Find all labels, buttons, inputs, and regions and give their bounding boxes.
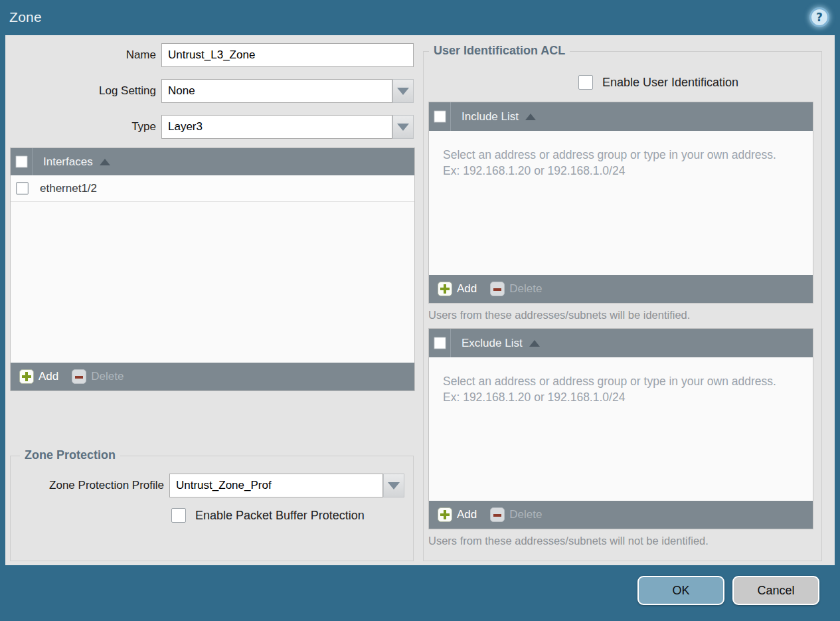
delete-button-label: Delete bbox=[509, 282, 542, 296]
add-button-label: Add bbox=[457, 508, 477, 521]
exclude-list-footer: Add Delete bbox=[429, 501, 813, 529]
zone-protection-profile-dropdown-button[interactable] bbox=[383, 474, 404, 497]
user-identification-acl-legend: User Identification ACL bbox=[429, 44, 570, 58]
exclude-list-header-label: Exclude List bbox=[462, 337, 523, 350]
log-setting-dropdown-button[interactable] bbox=[392, 79, 414, 103]
cancel-button[interactable]: Cancel bbox=[732, 576, 819, 605]
add-icon bbox=[438, 507, 452, 522]
include-list-table: Include List Select an address or addres… bbox=[428, 102, 813, 304]
interfaces-table-footer: Add Delete bbox=[11, 363, 414, 391]
enable-user-identification-checkbox[interactable] bbox=[578, 75, 593, 90]
dialog-content: Name Log Setting Type Interfaces etherne… bbox=[5, 35, 835, 565]
add-icon bbox=[438, 282, 452, 296]
delete-icon bbox=[72, 369, 86, 384]
exclude-list-caption: Users from these addresses/subnets will … bbox=[428, 535, 709, 547]
type-dropdown-button[interactable] bbox=[392, 115, 414, 139]
chevron-down-icon bbox=[388, 482, 400, 489]
zone-protection-profile-input[interactable] bbox=[169, 474, 383, 497]
zone-protection-legend: Zone Protection bbox=[20, 448, 120, 462]
exclude-header-checkbox-cell bbox=[429, 329, 451, 357]
zone-protection-profile-label: Zone Protection Profile bbox=[5, 474, 164, 497]
sort-ascending-icon bbox=[100, 159, 110, 165]
sort-ascending-icon bbox=[525, 114, 536, 120]
interfaces-table-header[interactable]: Interfaces bbox=[11, 148, 414, 175]
interfaces-table: Interfaces ethernet1/2 Add Delete bbox=[10, 147, 415, 391]
zone-dialog: Zone ? Name Log Setting Type Interfaces bbox=[0, 0, 840, 621]
chevron-down-icon bbox=[397, 88, 409, 95]
table-row[interactable]: ethernet1/2 bbox=[11, 175, 414, 202]
include-add-button[interactable]: Add bbox=[438, 282, 477, 296]
add-icon bbox=[19, 369, 34, 384]
log-setting-input[interactable] bbox=[161, 79, 392, 103]
name-label: Name bbox=[5, 43, 156, 67]
enable-packet-buffer-protection-checkbox[interactable] bbox=[171, 508, 186, 523]
name-input[interactable] bbox=[161, 43, 414, 67]
add-button-label: Add bbox=[39, 370, 58, 383]
include-list-footer: Add Delete bbox=[429, 275, 813, 303]
exclude-delete-button[interactable]: Delete bbox=[490, 507, 542, 522]
exclude-add-button[interactable]: Add bbox=[438, 507, 477, 522]
title-bar: Zone ? bbox=[0, 0, 840, 35]
type-label: Type bbox=[5, 115, 156, 139]
interfaces-add-button[interactable]: Add bbox=[19, 369, 58, 384]
include-list-header-label: Include List bbox=[462, 110, 519, 124]
interfaces-delete-button[interactable]: Delete bbox=[72, 369, 124, 384]
delete-icon bbox=[490, 507, 505, 522]
chevron-down-icon bbox=[397, 124, 409, 131]
delete-button-label: Delete bbox=[91, 370, 124, 383]
interface-row-label: ethernet1/2 bbox=[40, 182, 97, 195]
include-delete-button[interactable]: Delete bbox=[490, 282, 542, 296]
include-list-header[interactable]: Include List bbox=[429, 102, 813, 131]
delete-button-label: Delete bbox=[509, 508, 542, 521]
sort-ascending-icon bbox=[529, 340, 540, 347]
dialog-title: Zone bbox=[9, 9, 42, 25]
exclude-list-header[interactable]: Exclude List bbox=[429, 329, 813, 357]
exclude-list-table: Exclude List Select an address or addres… bbox=[428, 328, 813, 529]
help-button[interactable]: ? bbox=[809, 7, 829, 27]
exclude-select-all-checkbox[interactable] bbox=[434, 337, 446, 349]
help-icon: ? bbox=[816, 11, 823, 24]
interfaces-select-all-checkbox[interactable] bbox=[15, 155, 28, 168]
ok-button[interactable]: OK bbox=[637, 576, 724, 605]
log-setting-label: Log Setting bbox=[5, 79, 156, 103]
exclude-list-placeholder: Select an address or address group or ty… bbox=[443, 373, 793, 405]
include-list-placeholder: Select an address or address group or ty… bbox=[443, 147, 793, 179]
interfaces-header-label: Interfaces bbox=[43, 155, 93, 169]
interface-row-checkbox[interactable] bbox=[16, 182, 29, 195]
interfaces-header-checkbox-cell bbox=[11, 148, 33, 175]
add-button-label: Add bbox=[457, 282, 477, 296]
include-list-caption: Users from these addresses/subnets will … bbox=[428, 309, 690, 321]
include-header-checkbox-cell bbox=[429, 102, 451, 131]
type-input[interactable] bbox=[161, 115, 392, 139]
include-select-all-checkbox[interactable] bbox=[434, 110, 446, 123]
enable-packet-buffer-protection-label: Enable Packet Buffer Protection bbox=[195, 508, 365, 523]
enable-user-identification-label: Enable User Identification bbox=[602, 75, 738, 90]
delete-icon bbox=[490, 282, 505, 296]
